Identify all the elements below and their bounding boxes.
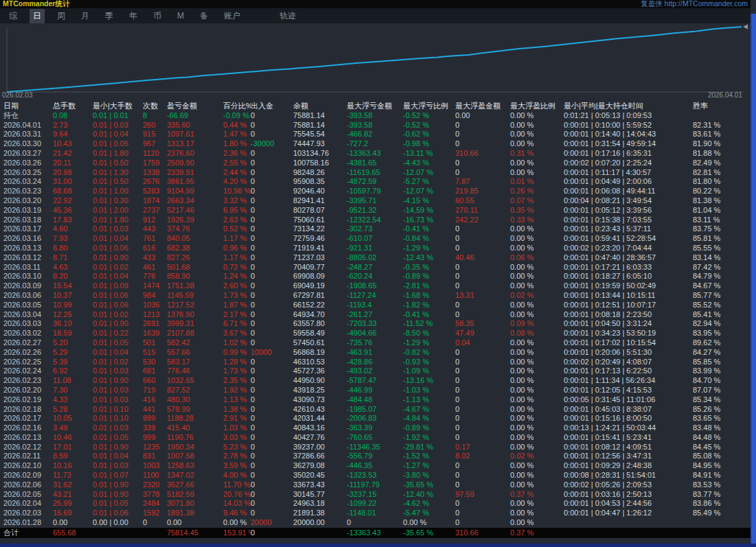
cell-百分比%: 1.73 % <box>223 366 251 376</box>
cell-胜率 <box>693 528 751 538</box>
menu-item-综[interactable]: 综 <box>5 9 21 23</box>
cell-盈亏金额: 682.38 <box>167 244 223 253</box>
cell-最大浮亏比例: -0.35 % <box>403 263 455 272</box>
cell-最大浮盈金额: 0 <box>455 471 510 480</box>
cell-最大浮亏金额: -13363.43 <box>347 149 403 159</box>
cell-总手数: 6.80 <box>53 244 93 253</box>
cell-最大浮盈比例: 0.00 % <box>510 471 564 480</box>
cell-出入金: 0 <box>251 443 293 452</box>
cell-最大浮盈比例: 0.00 % <box>510 139 564 149</box>
cell-最小|平均|最大持仓时间: 0:00:01 | 0:19:59 | 50:02:49 <box>564 281 693 291</box>
cell-最大浮亏比例: -3.80 % <box>403 471 455 480</box>
cell-盈亏金额: 5182.59 <box>167 490 223 500</box>
cell-总手数: 5.28 <box>53 405 93 415</box>
table-row: 2026.03.167.930.01 | 0.04761840.051.17 %… <box>0 234 751 244</box>
cell-总手数: 8.20 <box>53 272 93 281</box>
cell-百分比%: 2.36 % <box>223 149 251 159</box>
cell-最大浮盈比例: 0.00 % <box>510 159 564 168</box>
cell-日期: 持仓 <box>0 111 53 121</box>
cell-百分比%: 2.91 % <box>223 414 251 423</box>
cell-最大浮盈比例: 0.33 % <box>510 216 564 225</box>
cell-余额: 98248.26 <box>293 168 347 178</box>
cell-最大浮亏金额: -4904.66 <box>347 329 403 338</box>
cell-最小|大手数: 0.01 | 0.03 <box>93 423 143 433</box>
cell-最大浮盈比例: 0.26 % <box>510 187 564 196</box>
cell-最大浮盈比例: 0.00 % <box>510 376 564 386</box>
cell-余额: 40843.16 <box>293 423 347 433</box>
cell-盈亏金额: 2376.60 <box>167 149 223 159</box>
cell-最小|大手数: 0.01 | 0.06 <box>93 301 143 310</box>
cell-次数: 461 <box>143 263 167 272</box>
cell-总手数: 12.25 <box>53 310 93 320</box>
cell-最大浮盈比例: 0.00 % <box>510 130 564 139</box>
cell-最小|大手数: 0.01 | 0.10 <box>93 405 143 415</box>
menu-item-日[interactable]: 日 <box>30 9 45 23</box>
menu-item-备[interactable]: 备 <box>196 9 211 23</box>
cell-盈亏金额: 1188.28 <box>167 414 223 423</box>
cell-最大浮盈金额: 0 <box>455 358 510 367</box>
cell-最大浮盈金额: 0 <box>455 301 510 310</box>
menu-item-月[interactable]: 月 <box>78 9 93 23</box>
cell-出入金: 0 <box>251 499 293 509</box>
cell-最小|平均|最大持仓时间: 0:00:01 | 0:20:06 | 5:51:30 <box>564 348 693 358</box>
cell-总手数: 8.71 <box>53 253 93 263</box>
cell-出入金: 20000 <box>251 518 293 528</box>
cell-最大浮亏比例: -0.41 % <box>403 224 455 234</box>
cell-盈亏金额: 1007.58 <box>167 452 223 461</box>
cell-余额: 43090.73 <box>293 395 347 405</box>
cell-百分比%: 5.23 % <box>223 443 251 452</box>
cell-总手数: 8.59 <box>53 452 93 461</box>
cell-最大浮亏金额: -760.65 <box>347 433 403 443</box>
cell-最大浮亏金额: -466.82 <box>347 130 403 139</box>
cell-最大浮亏金额: -1148.01 <box>347 509 403 518</box>
cell-最大浮亏比例: -13.16 % <box>403 376 455 386</box>
cell-最大浮盈金额: 13.31 <box>455 291 510 301</box>
menu-item-轨迹[interactable]: 轨迹 <box>276 9 299 23</box>
right-scrollbar[interactable] <box>751 14 756 547</box>
menu-item-币[interactable]: 币 <box>150 9 165 23</box>
cell-最大浮盈金额: 0 <box>455 130 510 139</box>
cell-最大浮盈金额: 0 <box>455 480 510 490</box>
cell-最大浮亏比例: -4.43 % <box>403 159 455 168</box>
cell-百分比%: 1.73 % <box>223 291 251 301</box>
cell-最大浮亏比例: -12.40 % <box>403 490 455 500</box>
cell-最大浮亏比例: -0.89 % <box>403 423 455 433</box>
cell-百分比%: 11.70 % <box>223 480 251 490</box>
cell-胜率: 85.55 % <box>693 244 751 253</box>
cell-百分比%: 0.52 % <box>223 224 251 234</box>
menu-item-年[interactable]: 年 <box>126 9 141 23</box>
cell-最小|大手数: 0.01 | 0.06 <box>93 244 143 253</box>
cell-次数: 1003 <box>143 461 167 471</box>
cell-盈亏金额: 1032.65 <box>167 376 223 386</box>
cell-最大浮盈比例: 0.02 % <box>510 291 564 301</box>
cell-最大浮盈金额: 7.87 <box>455 177 510 187</box>
cell-余额: 73134.22 <box>293 224 347 234</box>
cell-出入金: 0 <box>251 414 293 423</box>
chart-start-date: 026.02.03 <box>2 91 33 99</box>
cell-次数: 260 <box>143 121 167 130</box>
cell-最小|大手数: 0.01 | 0.50 <box>93 159 143 168</box>
cell-最大浮盈比例: 0.31 % <box>510 149 564 159</box>
menu-item-周[interactable]: 周 <box>54 9 69 23</box>
cell-最大浮亏比例: -1.29 % <box>403 244 455 253</box>
brand-link[interactable]: 复盈侠 http://MTCommander.com <box>641 0 748 8</box>
cell-次数 <box>143 528 167 538</box>
cell-盈亏金额: 75814.45 <box>167 528 223 538</box>
menu-item-季[interactable]: 季 <box>102 9 117 23</box>
menu-item-M[interactable]: M <box>174 10 187 22</box>
cell-最大浮亏比例: -11.52 % <box>403 319 455 329</box>
cell-日期: 2026.02.13 <box>0 433 53 443</box>
cell-次数: 339 <box>143 423 167 433</box>
cell-最大浮亏比例: -0.93 % <box>403 358 455 367</box>
menu-item-账户[interactable]: 账户 <box>220 9 244 23</box>
cell-次数: 616 <box>143 244 167 253</box>
cell-百分比%: 2.44 % <box>223 168 251 178</box>
cell-最小|大手数: 0.01 | 0.09 <box>93 281 143 291</box>
cell-最大浮亏比例: -13.11 % <box>403 149 455 159</box>
cell-胜率: 81.88 % <box>693 149 751 159</box>
cell-余额: 30145.77 <box>293 490 347 500</box>
cell-百分比%: 0.99 % <box>223 348 251 358</box>
table-row: 2026.02.0316.690.01 | 0.0615921891.389.4… <box>0 509 751 518</box>
cell-最大浮亏金额: -8805.02 <box>347 253 403 263</box>
cell-最大浮亏比例: -1.82 % <box>403 301 455 310</box>
